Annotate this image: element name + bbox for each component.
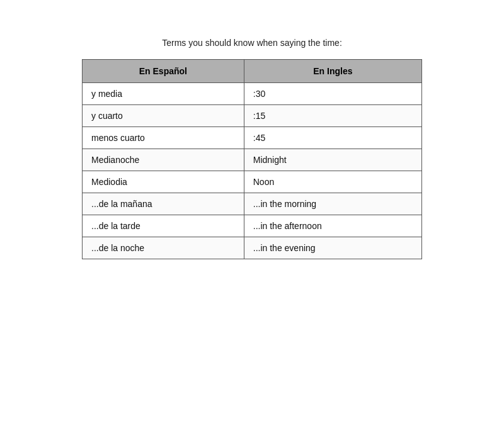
cell-ingles: Midnight: [244, 149, 421, 171]
table-row: MediodiaNoon: [83, 171, 422, 193]
table-row: y cuarto:15: [83, 105, 422, 127]
cell-espanol: ...de la mañana: [83, 193, 244, 215]
cell-espanol: menos cuarto: [83, 127, 244, 149]
table-row: ...de la tarde...in the afternoon: [83, 215, 422, 237]
cell-ingles: ...in the evening: [244, 237, 421, 259]
table-header-row: En Español En Ingles: [83, 60, 422, 83]
header-espanol: En Español: [83, 60, 244, 83]
cell-ingles: :15: [244, 105, 421, 127]
table-row: ...de la noche...in the evening: [83, 237, 422, 259]
cell-espanol: Medianoche: [83, 149, 244, 171]
cell-espanol: ...de la noche: [83, 237, 244, 259]
table-row: MedianocheMidnight: [83, 149, 422, 171]
table-row: menos cuarto:45: [83, 127, 422, 149]
cell-ingles: ...in the afternoon: [244, 215, 421, 237]
table-row: ...de la mañana...in the morning: [83, 193, 422, 215]
cell-ingles: :30: [244, 83, 421, 105]
cell-espanol: ...de la tarde: [83, 215, 244, 237]
header-ingles: En Ingles: [244, 60, 421, 83]
cell-ingles: Noon: [244, 171, 421, 193]
cell-ingles: :45: [244, 127, 421, 149]
subtitle-text: Terms you should know when saying the ti…: [162, 38, 342, 48]
cell-espanol: Mediodia: [83, 171, 244, 193]
cell-ingles: ...in the morning: [244, 193, 421, 215]
cell-espanol: y media: [83, 83, 244, 105]
vocabulary-table: En Español En Ingles y media:30y cuarto:…: [82, 59, 422, 259]
table-row: y media:30: [83, 83, 422, 105]
cell-espanol: y cuarto: [83, 105, 244, 127]
